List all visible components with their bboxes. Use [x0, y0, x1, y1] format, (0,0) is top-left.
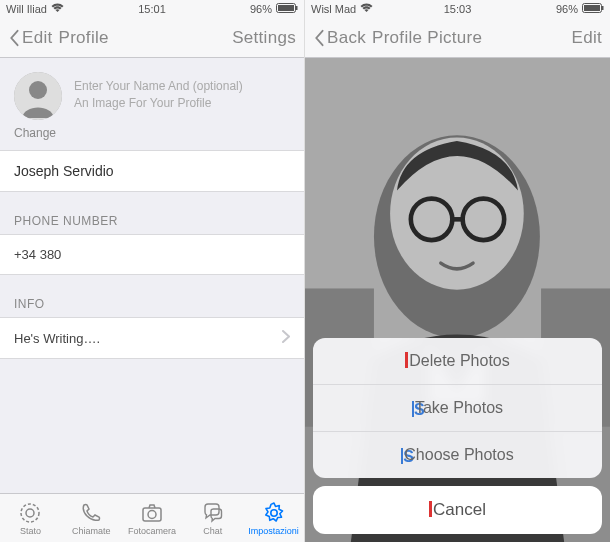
carrier-label: Will Iliad [6, 3, 47, 15]
delete-photos-button[interactable]: Delete Photos [313, 338, 602, 385]
back-label: Back [327, 28, 366, 48]
info-value: He's Writing…. [14, 331, 100, 346]
wifi-icon [360, 3, 373, 15]
phone-row[interactable]: +34 380 [0, 234, 304, 275]
svg-point-4 [29, 81, 47, 99]
back-label: Edit [22, 28, 53, 48]
nav-bar: Back Profile Picture Edit [305, 18, 610, 58]
svg-rect-11 [584, 5, 600, 11]
tab-fotocamera[interactable]: Fotocamera [122, 494, 183, 542]
tab-impostazioni[interactable]: Impostazioni [243, 494, 304, 542]
svg-rect-1 [278, 5, 294, 11]
screen-profile-picture: Wisl Mad 15:03 96% Back Profile Picture [305, 0, 610, 542]
svg-point-6 [26, 509, 34, 517]
svg-point-5 [21, 504, 39, 522]
tab-label: Chat [203, 526, 222, 536]
clock-label: 15:03 [444, 3, 472, 15]
svg-point-8 [148, 510, 156, 518]
action-sheet: Delete Photos STake Photos SChoose Photo… [313, 338, 602, 534]
svg-rect-2 [296, 6, 298, 10]
battery-percent: 96% [556, 3, 578, 15]
wifi-icon [51, 3, 64, 15]
info-row[interactable]: He's Writing…. [0, 317, 304, 359]
profile-hint: Enter Your Name And (optional) An Image … [62, 72, 290, 112]
cancel-button[interactable]: Cancel [313, 486, 602, 534]
nav-right-label: Settings [232, 28, 296, 48]
avatar[interactable] [14, 72, 62, 120]
battery-percent: 96% [250, 3, 272, 15]
take-photos-button[interactable]: STake Photos [313, 385, 602, 432]
tab-label: Chiamate [72, 526, 111, 536]
svg-point-9 [270, 509, 276, 515]
carrier-label: Wisl Mad [311, 3, 356, 15]
svg-rect-12 [602, 6, 604, 10]
status-bar: Wisl Mad 15:03 96% [305, 0, 610, 18]
tab-stato[interactable]: Stato [0, 494, 61, 542]
phone-value: +34 380 [14, 247, 61, 262]
name-field[interactable]: Joseph Servidio [0, 150, 304, 192]
tab-bar: Stato Chiamate Fotocamera Chat Impostazi… [0, 493, 304, 542]
nav-title: Profile [59, 28, 109, 48]
edit-button[interactable]: Edit [572, 28, 603, 48]
choose-photos-button[interactable]: SChoose Photos [313, 432, 602, 478]
nav-bar: Edit Profile Settings [0, 18, 304, 58]
nav-title: Profile Picture [372, 28, 482, 48]
screen-edit-profile: Will Iliad 15:01 96% Edit Profile Setti [0, 0, 305, 542]
tab-chat[interactable]: Chat [182, 494, 243, 542]
change-photo-link[interactable]: Change [0, 126, 304, 150]
chevron-right-icon [282, 330, 290, 346]
name-value: Joseph Servidio [14, 163, 114, 179]
back-button[interactable]: Edit [8, 28, 53, 48]
tab-label: Fotocamera [128, 526, 176, 536]
status-bar: Will Iliad 15:01 96% [0, 0, 304, 18]
battery-icon [582, 3, 604, 15]
back-button[interactable]: Back [313, 28, 366, 48]
battery-icon [276, 3, 298, 15]
phone-section-label: PHONE NUMBER [0, 192, 304, 234]
info-section-label: INFO [0, 275, 304, 317]
tab-label: Impostazioni [248, 526, 299, 536]
clock-label: 15:01 [138, 3, 166, 15]
tab-chiamate[interactable]: Chiamate [61, 494, 122, 542]
tab-label: Stato [20, 526, 41, 536]
